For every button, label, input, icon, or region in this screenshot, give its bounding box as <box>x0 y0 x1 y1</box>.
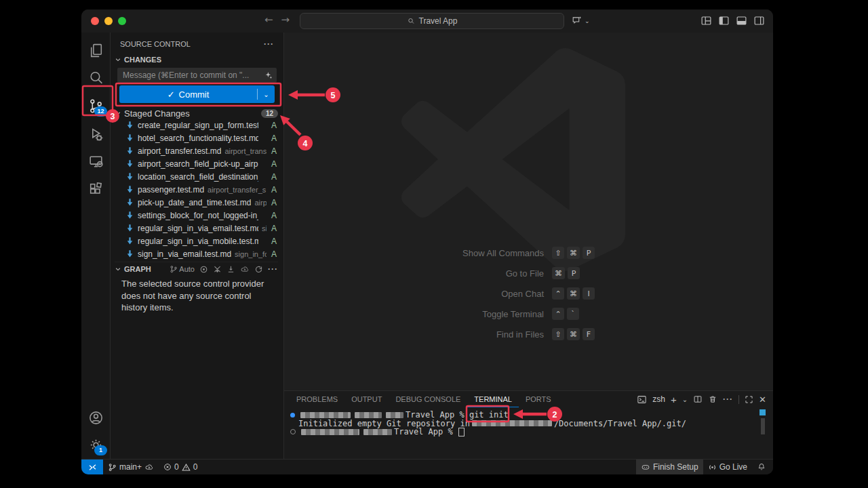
warning-count: 0 <box>193 462 198 472</box>
key-cap: F <box>583 328 595 340</box>
minimize-window-button[interactable] <box>104 17 113 25</box>
key-cap: ⌘ <box>567 247 580 259</box>
watermark-command-label: Toggle Terminal <box>371 309 544 319</box>
graph-more-icon[interactable]: ··· <box>268 264 278 274</box>
notifications-bell-button[interactable] <box>752 460 773 474</box>
branch-status-item[interactable]: main+ <box>103 460 159 474</box>
commit-message-input[interactable] <box>117 68 277 83</box>
graph-section-header[interactable]: GRAPH Auto <box>115 262 278 276</box>
cloud-icon[interactable] <box>240 264 250 274</box>
copilot-chat-button[interactable]: ⌄ <box>571 15 590 26</box>
maximize-panel-icon[interactable] <box>745 395 753 404</box>
toggle-primary-sidebar-icon[interactable] <box>718 15 730 26</box>
target-icon[interactable] <box>199 265 208 274</box>
panel-tab-ports[interactable]: PORTS <box>519 391 558 407</box>
new-terminal-icon[interactable]: + <box>671 394 677 405</box>
gear-badge: 1 <box>94 445 107 455</box>
traffic-lights <box>91 17 126 25</box>
watermark-command-keys: ⌘P <box>552 267 595 279</box>
key-cap: ⌃ <box>552 308 564 320</box>
key-cap: ⌃ <box>552 287 564 300</box>
launch-profile-chevron-icon[interactable]: ⌄ <box>682 396 688 403</box>
staged-changes-header[interactable]: Staged Changes 12 <box>115 106 278 120</box>
split-terminal-icon[interactable] <box>693 394 703 404</box>
zoom-window-button[interactable] <box>118 17 126 25</box>
account-icon[interactable] <box>81 404 110 431</box>
watermark-command-keys: ⇧⌘F <box>552 328 595 340</box>
staged-file-row[interactable]: settings_block_for_not_logged-in_u… A <box>111 209 283 222</box>
forward-icon[interactable]: → <box>281 14 290 26</box>
file-git-status: A <box>270 172 278 182</box>
git-init-command: git init <box>469 411 509 420</box>
branch-icon <box>108 463 117 472</box>
more-actions-icon[interactable]: ··· <box>264 39 274 49</box>
go-live-button[interactable]: Go Live <box>703 460 752 474</box>
panel-tab-terminal[interactable]: TERMINAL <box>467 391 519 407</box>
extensions-icon[interactable] <box>81 176 110 203</box>
bottom-panel: PROBLEMS OUTPUT DEBUG CONSOLE TERMINAL P… <box>284 390 773 460</box>
back-icon[interactable]: ← <box>264 14 273 26</box>
close-panel-icon[interactable]: ✕ <box>759 394 766 405</box>
check-icon: ✓ <box>167 89 175 100</box>
git-pull-icon[interactable] <box>213 265 222 274</box>
panel-tab-output[interactable]: OUTPUT <box>344 391 389 407</box>
staged-file-row[interactable]: location_search_field_destination_l… A <box>111 170 283 183</box>
error-count: 0 <box>174 462 179 472</box>
explorer-icon[interactable] <box>81 37 110 64</box>
toggle-panel-icon[interactable] <box>736 15 747 26</box>
publish-cloud-icon <box>144 462 154 472</box>
commit-dropdown-button[interactable]: ⌄ <box>257 89 275 100</box>
source-control-icon[interactable]: 12 <box>81 92 110 119</box>
staged-file-row[interactable]: airport_transfer.test.md airport_trans… … <box>111 144 283 157</box>
watermark-shortcuts: Show All Commands ⇧⌘P Go to File ⌘P Open… <box>371 247 595 340</box>
file-name: sign_in_via_email.test.md <box>138 249 231 259</box>
staged-file-row[interactable]: pick-up_date_and_time.test.md airp… A <box>111 196 283 209</box>
file-git-status: A <box>270 249 278 259</box>
file-name: airport_transfer.test.md <box>138 146 221 156</box>
git-fetch-icon[interactable] <box>226 265 235 274</box>
refresh-icon[interactable] <box>254 265 263 274</box>
terminal-content[interactable]: Travel App % git init Initialized empty … <box>284 407 773 460</box>
staged-file-row[interactable]: passenger.test.md airport_transfer_s… A <box>111 183 283 196</box>
terminal-scrollbar-thumb[interactable] <box>761 418 765 434</box>
staged-file-row[interactable]: regular_sign_in_via_mobile.test.md… A <box>111 235 283 247</box>
close-window-button[interactable] <box>91 17 99 25</box>
settings-gear-icon[interactable]: 1 <box>81 431 110 458</box>
chevron-down-icon <box>115 56 121 63</box>
file-description: airp… <box>254 199 267 207</box>
file-git-status: A <box>270 211 278 220</box>
chevron-down-icon: ⌄ <box>585 18 590 24</box>
panel-tab-problems[interactable]: PROBLEMS <box>290 391 344 407</box>
file-git-status: A <box>270 198 278 207</box>
git-output-suffix: /Documents/Travel App/.git/ <box>554 420 686 428</box>
kill-terminal-trash-icon[interactable] <box>708 394 717 404</box>
terminal-icon <box>637 394 647 405</box>
toggle-secondary-sidebar-icon[interactable] <box>753 15 765 26</box>
chat-icon <box>571 15 583 26</box>
remote-indicator-button[interactable] <box>81 460 103 474</box>
staged-file-row[interactable]: create_regular_sign_up_form.test.md A <box>111 119 283 131</box>
key-cap: P <box>568 267 580 279</box>
remote-explorer-icon[interactable] <box>81 148 110 175</box>
sparkle-icon[interactable] <box>264 70 273 80</box>
panel-tab-debug-console[interactable]: DEBUG CONSOLE <box>389 391 467 407</box>
graph-auto-toggle[interactable]: Auto <box>170 265 195 273</box>
panel-more-icon[interactable]: ··· <box>723 394 733 404</box>
search-view-icon[interactable] <box>81 64 110 91</box>
command-center-search[interactable]: Travel App <box>300 13 564 29</box>
staged-changes-label: Staged Changes <box>124 108 190 119</box>
watermark-command-label: Show All Commands <box>371 248 544 258</box>
changes-section-header[interactable]: CHANGES <box>115 53 279 66</box>
staged-file-row[interactable]: airport_search_field_pick-up_airpor… A <box>111 157 283 170</box>
staged-file-row[interactable]: regular_sign_in_via_email.test.md si… A <box>111 222 283 235</box>
problems-status-item[interactable]: 0 0 <box>159 460 202 474</box>
staged-file-row[interactable]: hotel_search_functionality.test.md A <box>111 131 283 144</box>
watermark-command-label: Open Chat <box>371 289 544 299</box>
staged-file-row[interactable]: sign_in_via_email.test.md sign_in_fo… A <box>111 247 283 260</box>
finish-setup-button[interactable]: Finish Setup <box>636 460 703 474</box>
search-text: Travel App <box>419 16 458 26</box>
commit-button[interactable]: ✓ Commit ⌄ <box>119 85 275 103</box>
run-debug-icon[interactable] <box>81 121 110 148</box>
file-name: pick-up_date_and_time.test.md <box>138 198 251 207</box>
customize-layout-icon[interactable] <box>701 15 712 26</box>
